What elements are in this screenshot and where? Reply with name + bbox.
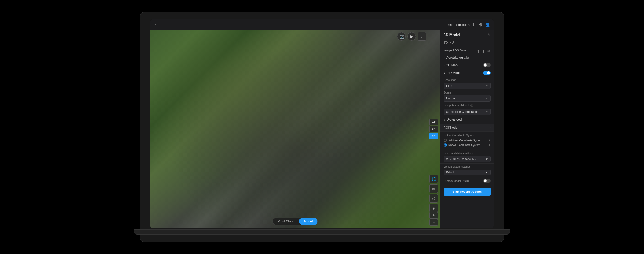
top-bar: ⌂ Reconstruction ⠿ ⚙ 👤 — [150, 19, 494, 30]
expand-icon-btn[interactable]: ⤢ — [418, 32, 426, 41]
2d-map-label: › 2D Map — [444, 63, 458, 67]
scene-value: Normal — [446, 97, 455, 100]
vertical-datum-section: Vertical datum settings Default ▼ — [440, 164, 494, 177]
known-label: Known Coordinate System — [448, 144, 480, 147]
aerotriangulation-label: › Aerotriangulation — [444, 56, 471, 59]
resolution-value: High — [446, 84, 452, 87]
image-pos-icons: ⬆ ⬇ 👁 — [477, 49, 491, 53]
computation-select[interactable]: Standalone Computation ▼ — [444, 109, 491, 115]
reconstruction-label: Reconstruction — [446, 23, 470, 27]
horizontal-datum-chevron: ▼ — [485, 158, 488, 160]
coord-section: Output Coordinate System Arbitrary Coord… — [440, 132, 494, 150]
vertical-datum-chevron: ▼ — [485, 171, 488, 174]
zoom-out-btn[interactable]: − — [429, 219, 438, 226]
2d-map-row: › 2D Map — [440, 61, 494, 69]
vertical-datum-label: Vertical datum settings — [444, 165, 491, 168]
globe-icon-btn[interactable]: 🌐 — [429, 175, 438, 183]
scene-section: Scene Normal ▼ — [440, 89, 494, 102]
right-sidebar: 3D Model ✎ 🖼 🗺 Image POS Data ⬆ ⬇ 👁 — [440, 30, 494, 228]
target-icon-btn[interactable]: ◎ — [429, 194, 438, 203]
known-icon[interactable]: ⬇ — [488, 144, 491, 147]
sidebar-header: 3D Model ✎ — [440, 30, 494, 39]
user-icon[interactable]: 👤 — [485, 22, 491, 27]
aerotriangulation-chevron: › — [444, 56, 445, 59]
grid-icon-btn[interactable]: ⊞ — [429, 184, 438, 193]
layers-icon-btn[interactable]: ◈ — [429, 204, 438, 212]
advanced-label: Advanced — [447, 118, 462, 121]
computation-section: Computation Method ⓘ Standalone Computat… — [440, 102, 494, 115]
screen: ⌂ Reconstruction ⠿ ⚙ 👤 📷 — [150, 19, 494, 228]
2d-map-chevron: › — [444, 63, 445, 67]
at-view-btn[interactable]: AT — [429, 119, 438, 125]
horizontal-datum-select[interactable]: WGS 84 / UTM zone 47N ▼ — [444, 156, 491, 162]
hierarchy-icon[interactable]: ⠿ — [473, 22, 476, 27]
custom-model-toggle[interactable] — [483, 179, 491, 183]
view-controls: AT 2D 3D — [429, 119, 438, 139]
map-area: 📷 ▶ ⤢ AT 2D 3D 🌐 ⊞ ◎ ◈ — [150, 30, 440, 228]
scene-select[interactable]: Normal ▼ — [444, 95, 491, 102]
edit-icon[interactable]: ✎ — [488, 33, 491, 37]
map-tab-icon[interactable]: 🗺 — [450, 40, 454, 45]
vertical-datum-value: Default — [446, 171, 455, 174]
view-toggle: Point Cloud Model — [273, 218, 318, 225]
resolution-label: Resolution — [444, 79, 491, 81]
3d-view-btn[interactable]: 3D — [429, 133, 438, 139]
roi-row[interactable]: ROI/Block › — [440, 124, 494, 132]
zoom-controls: + − — [429, 212, 438, 226]
laptop-base — [134, 229, 510, 235]
map-top-controls: 📷 ▶ ⤢ — [397, 32, 426, 41]
arbitrary-radio-row: Arbitrary Coordinate System ⬆ — [444, 139, 491, 142]
upload-icon[interactable]: ⬆ — [477, 49, 480, 53]
laptop-frame: ⌂ Reconstruction ⠿ ⚙ 👤 📷 — [140, 12, 504, 242]
resolution-chevron: ▼ — [486, 84, 488, 87]
2d-view-btn[interactable]: 2D — [429, 126, 438, 132]
advanced-header[interactable]: ∨ Advanced — [440, 115, 494, 124]
top-bar-left: ⌂ — [153, 22, 156, 27]
custom-model-row: Custom Model Origin — [440, 177, 494, 185]
play-icon-btn[interactable]: ▶ — [407, 32, 416, 41]
2d-map-toggle[interactable] — [483, 63, 491, 67]
horizontal-datum-value: WGS 84 / UTM zone 47N — [446, 158, 476, 160]
terrain-overlay — [150, 30, 440, 228]
3d-model-toggle[interactable] — [483, 71, 491, 75]
resolution-section: Resolution High ▼ — [440, 77, 494, 89]
download-icon[interactable]: ⬇ — [482, 49, 485, 53]
computation-label: Computation Method ⓘ — [444, 104, 491, 107]
bottom-controls: 🌐 ⊞ ◎ ◈ — [429, 175, 438, 212]
computation-chevron: ▼ — [486, 110, 488, 113]
settings-icon[interactable]: ⚙ — [479, 22, 482, 27]
model-toggle[interactable]: Model — [299, 218, 318, 225]
resolution-select[interactable]: High ▼ — [444, 83, 491, 89]
aerotriangulation-row[interactable]: › Aerotriangulation — [440, 54, 494, 61]
arbitrary-icon[interactable]: ⬆ — [488, 139, 491, 142]
3d-model-chevron: ∨ — [444, 71, 446, 75]
arbitrary-label: Arbitrary Coordinate System — [448, 139, 482, 142]
3d-model-label: ∨ 3D Model — [444, 71, 461, 75]
home-icon[interactable]: ⌂ — [153, 22, 156, 27]
sidebar-title: 3D Model — [444, 33, 460, 37]
known-radio[interactable] — [444, 143, 447, 147]
image-tab-icon[interactable]: 🖼 — [444, 40, 448, 45]
roi-label: ROI/Block — [444, 126, 457, 129]
eye-icon[interactable]: 👁 — [487, 49, 491, 53]
custom-model-label: Custom Model Origin — [444, 180, 469, 182]
horizontal-datum-section: Horizontal datum setting WGS 84 / UTM zo… — [440, 150, 494, 164]
arbitrary-radio[interactable] — [444, 139, 447, 142]
coord-title: Output Coordinate System — [444, 134, 491, 137]
start-reconstruction-button[interactable]: Start Reconstruction — [444, 188, 491, 196]
scene-chevron: ▼ — [486, 97, 488, 100]
point-cloud-toggle[interactable]: Point Cloud — [273, 218, 299, 225]
vertical-datum-select[interactable]: Default ▼ — [444, 170, 491, 175]
sidebar-tabs: 🖼 🗺 — [440, 39, 494, 47]
advanced-chevron: ∨ — [444, 118, 446, 121]
main-content: 📷 ▶ ⤢ AT 2D 3D 🌐 ⊞ ◎ ◈ — [150, 30, 494, 228]
top-bar-right: Reconstruction ⠿ ⚙ 👤 — [446, 22, 491, 27]
scene-label: Scene — [444, 91, 491, 94]
image-pos-label: Image POS Data — [444, 49, 466, 52]
computation-help-icon[interactable]: ⓘ — [470, 104, 473, 107]
zoom-in-btn[interactable]: + — [429, 212, 438, 219]
horizontal-datum-label: Horizontal datum setting — [444, 152, 491, 155]
map-background — [150, 30, 440, 228]
camera-icon-btn[interactable]: 📷 — [397, 32, 406, 41]
image-pos-section: Image POS Data ⬆ ⬇ 👁 — [440, 47, 494, 54]
